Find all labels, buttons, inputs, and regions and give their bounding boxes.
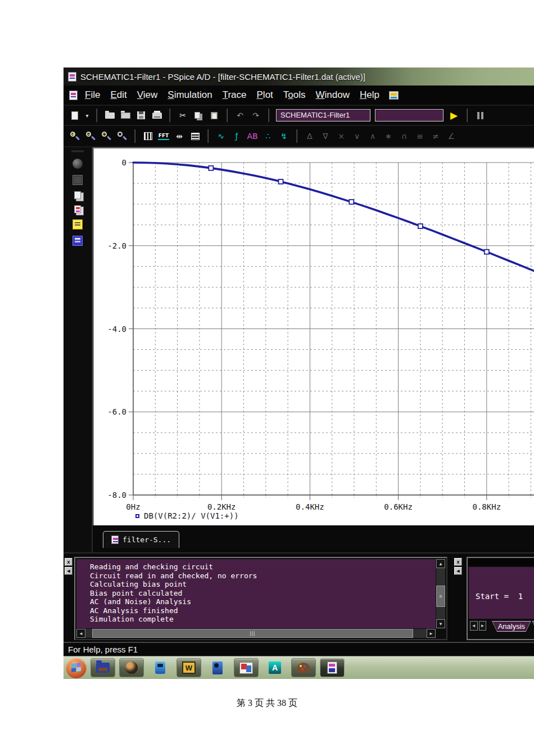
pspice-window: SCHEMATIC1-Filter1 - PSpice A/D - [filte… [64, 68, 534, 679]
toolbar-separator [268, 109, 269, 122]
scroll-track[interactable]: ||| [85, 629, 427, 638]
new-file-icon [71, 111, 78, 120]
scroll-down-icon[interactable]: ▼ [436, 619, 445, 628]
view-output-list-icon[interactable] [188, 130, 202, 142]
copy-icon[interactable] [192, 109, 205, 122]
append-file-icon [121, 112, 130, 119]
probe-document-icon[interactable] [389, 91, 399, 100]
pause-simulation-button[interactable] [473, 109, 487, 122]
print-icon[interactable] [150, 109, 164, 122]
menu-view[interactable]: View [132, 87, 163, 103]
view-output-file-icon[interactable] [73, 219, 83, 230]
open-file-icon[interactable] [103, 109, 116, 122]
plot-tab-label: filter-S... [123, 536, 171, 544]
output-vertical-scrollbar[interactable]: ▲ ≡ ▼ [436, 559, 445, 628]
scroll-thumb[interactable]: ≡ [436, 586, 445, 607]
plot-panel: 0-2.0-4.0-6.0-8.00Hz0.2KHz0.4KHz0.6KHz0.… [93, 147, 534, 525]
tab-scroll-right-button[interactable]: ► [479, 621, 487, 631]
taskbar-explorer[interactable] [90, 658, 115, 677]
view-netlist-icon[interactable] [74, 191, 81, 199]
run-to-time-field[interactable] [375, 109, 444, 122]
svg-text:-6.0: -6.0 [107, 407, 126, 416]
tab-scroll-left-button[interactable]: ◄ [470, 621, 478, 631]
watch-collapse-button[interactable]: ◄ [454, 567, 462, 575]
watch-window: Start = 1 ◄ ► Analysis [467, 557, 534, 640]
cursor-trough-icon: ∇ [319, 130, 332, 142]
zoom-area-icon[interactable]: ▫ [99, 130, 113, 142]
tab-next-partial[interactable] [532, 621, 534, 632]
pause-icon [477, 112, 484, 119]
menu-file[interactable]: File [80, 87, 105, 103]
mdi-child-icon[interactable] [69, 91, 78, 100]
taskbar-pspice[interactable] [320, 658, 345, 677]
watch-close-button[interactable]: x [454, 558, 462, 566]
output-window: Reading and checking circuitCircuit read… [74, 557, 447, 640]
bottom-dock: x ◄ Reading and checking circuitCircuit … [64, 552, 534, 642]
menu-window[interactable]: Window [311, 87, 355, 103]
menu-plot[interactable]: Plot [252, 87, 278, 103]
scroll-thumb[interactable]: ||| [92, 629, 413, 638]
view-schematic-pages-icon[interactable] [74, 205, 81, 213]
log-line: Circuit read in and checked, no errors [90, 572, 433, 580]
eval-goal-function-icon[interactable]: ƒ [230, 130, 243, 142]
view-output-list-icon [191, 133, 200, 140]
plot-window-tab[interactable]: filter-S... [103, 531, 179, 548]
toolbar-separator [169, 109, 170, 122]
start-button[interactable] [66, 658, 87, 678]
save-file-icon[interactable] [134, 109, 148, 122]
undo-icon[interactable]: ↶ [233, 109, 247, 122]
scroll-left-icon[interactable]: ◄ [76, 629, 85, 638]
cut-icon[interactable]: ✂ [176, 109, 189, 122]
add-trace-icon[interactable]: ∿ [214, 130, 228, 142]
new-file-icon[interactable] [68, 109, 82, 122]
mark-data-points-icon[interactable]: ∴ [261, 130, 275, 142]
svg-text:0.6KHz: 0.6KHz [384, 502, 413, 511]
taskbar-image-viewer[interactable] [234, 658, 259, 677]
scroll-track[interactable]: ≡ [436, 568, 445, 619]
cursor-point-icon: ∗ [382, 130, 395, 142]
fourier-icon[interactable]: FFT [157, 130, 170, 142]
toolbar-grip[interactable] [71, 151, 84, 152]
plot-svg[interactable]: 0-2.0-4.0-6.0-8.00Hz0.2KHz0.4KHz0.6KHz0.… [94, 148, 534, 526]
append-file-icon[interactable] [119, 109, 132, 122]
toolbar-separator [296, 129, 297, 143]
trace-legend-label: DB(V(R2:2)/ V(V1:+)) [144, 511, 239, 520]
open-file-icon [105, 112, 115, 119]
output-horizontal-scrollbar[interactable]: ◄ ||| ► [76, 629, 436, 638]
simulation-sidebar [64, 147, 93, 552]
taskbar-autocad-icon: A [269, 662, 281, 674]
taskbar-autocad[interactable]: A [263, 658, 287, 677]
taskbar-messenger-icon [155, 662, 165, 674]
zoom-in-icon[interactable]: + [68, 130, 82, 142]
title-bar[interactable]: SCHEMATIC1-Filter1 - PSpice A/D - [filte… [64, 68, 534, 86]
view-simulation-queue-icon[interactable] [73, 236, 83, 246]
menu-help[interactable]: Help [355, 87, 384, 103]
menu-trace[interactable]: Trace [218, 87, 252, 103]
menu-edit[interactable]: Edit [105, 87, 132, 103]
trace-legend[interactable]: DB(V(R2:2)/ V(V1:+)) [135, 511, 239, 521]
tab-analysis[interactable]: Analysis [492, 621, 531, 632]
toggle-cursor-icon[interactable]: ↯ [277, 130, 291, 142]
taskbar-word[interactable]: W [177, 658, 201, 677]
menu-tools[interactable]: Tools [278, 87, 311, 103]
axis-settings-icon[interactable]: ⇹ [173, 130, 186, 142]
scroll-up-icon[interactable]: ▲ [436, 559, 445, 568]
zoom-fit-icon[interactable] [115, 130, 129, 142]
simulation-profile-combo[interactable]: SCHEMATIC1-Filter1 [276, 109, 370, 122]
zoom-out-icon[interactable]: − [84, 130, 97, 142]
redo-icon[interactable]: ↷ [249, 109, 263, 122]
output-collapse-button[interactable]: ◄ [65, 567, 73, 575]
paste-icon[interactable] [207, 109, 221, 122]
taskbar-notes[interactable] [205, 658, 230, 677]
new-file-dropdown[interactable]: ▾ [84, 109, 90, 122]
log-line: Reading and checking circuit [90, 562, 433, 572]
scroll-right-icon[interactable]: ► [427, 629, 436, 638]
output-close-button[interactable]: x [65, 558, 73, 566]
run-simulation-button[interactable]: ▶ [450, 110, 458, 122]
log-x-axis-icon[interactable] [141, 130, 155, 142]
text-label-icon[interactable]: AB [246, 130, 259, 142]
taskbar-messenger[interactable] [148, 658, 173, 677]
taskbar-paint[interactable] [291, 658, 316, 677]
menu-simulation[interactable]: Simulation [162, 87, 217, 103]
taskbar-browser[interactable] [119, 658, 144, 677]
